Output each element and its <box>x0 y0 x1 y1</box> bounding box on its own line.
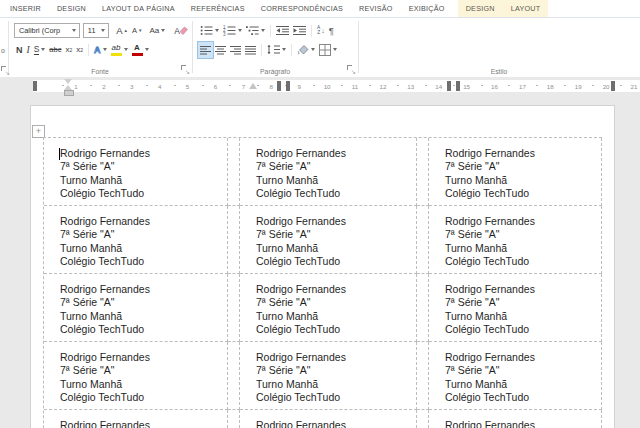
label-line: Colégio TechTudo <box>60 255 227 268</box>
underline-button[interactable]: S <box>32 42 48 58</box>
label-line: 7ª Série "A" <box>256 296 416 309</box>
superscript-button[interactable]: x2 <box>74 42 85 58</box>
font-group-label: Fonte <box>8 68 192 75</box>
ruler-tick <box>564 85 566 86</box>
spacer-cell <box>417 138 429 206</box>
sort-button[interactable]: AZ↓ <box>315 23 327 39</box>
ruler-number: 21 <box>631 83 638 90</box>
spacer-cell <box>228 274 240 342</box>
tab-design-contextual[interactable]: DESIGN <box>458 0 503 17</box>
bold-button[interactable]: N <box>14 42 25 58</box>
line-spacing-icon <box>267 44 280 55</box>
subscript-button[interactable]: x2 <box>63 42 74 58</box>
label-line: 7ª Série "A" <box>256 160 416 173</box>
horizontal-ruler[interactable]: 123456789101112131415161718192021 <box>0 77 640 96</box>
increase-indent-button[interactable] <box>291 23 308 39</box>
label-line: Turno Manhã <box>256 174 416 187</box>
label-cell[interactable]: Rodrigo Fernandes7ª Série "A"Turno Manhã… <box>429 138 602 206</box>
label-cell[interactable]: Rodrigo Fernandes7ª Série "A"Turno Manhã… <box>429 410 602 428</box>
table-column-marker[interactable] <box>277 81 281 91</box>
table-column-marker[interactable] <box>33 81 37 91</box>
label-cell[interactable]: Rodrigo Fernandes7ª Série "A"Turno Manhã… <box>240 138 417 206</box>
label-cell[interactable]: Rodrigo Fernandes7ª Série "A"Turno Manhã… <box>240 206 417 274</box>
table-column-marker[interactable] <box>286 81 290 91</box>
labels-table: Rodrigo Fernandes7ª Série "A"Turno Manhã… <box>43 137 602 428</box>
font-size-combobox[interactable]: 11 <box>83 23 109 38</box>
align-left-icon <box>200 45 211 55</box>
styles-group: AaBbCcDc¶ NormalAaBbCcI¶ TechTudoAaBbCTí… <box>358 18 640 76</box>
align-right-button[interactable] <box>228 42 243 58</box>
tab-layout-da-p-gina[interactable]: LAYOUT DA PÁGINA <box>94 0 183 17</box>
align-center-icon <box>215 45 226 55</box>
label-cell[interactable]: Rodrigo Fernandes7ª Série "A"Turno Manhã… <box>429 206 602 274</box>
label-line: Rodrigo Fernandes <box>256 215 416 228</box>
align-left-button[interactable] <box>198 42 213 58</box>
label-line: Turno Manhã <box>445 174 601 187</box>
label-cell[interactable]: Rodrigo Fernandes7ª Série "A"Turno Manhã… <box>240 410 417 428</box>
label-cell[interactable]: Rodrigo Fernandes7ª Série "A"Turno Manhã… <box>44 274 228 342</box>
ruler-tick <box>90 85 92 86</box>
label-line: Turno Manhã <box>445 310 601 323</box>
align-center-button[interactable] <box>213 42 228 58</box>
table-row: Rodrigo Fernandes7ª Série "A"Turno Manhã… <box>44 274 602 342</box>
ruler-tick <box>174 85 176 86</box>
font-color-button[interactable]: A <box>130 42 151 58</box>
table-column-marker[interactable] <box>447 81 451 91</box>
justify-icon <box>245 45 256 55</box>
show-paragraph-marks-button[interactable]: ¶ <box>327 23 336 39</box>
indent-marker-ghost <box>249 83 257 89</box>
tab-correspond-ncias[interactable]: CORRESPONDÊNCIAS <box>253 0 351 17</box>
bullets-button[interactable] <box>198 23 221 39</box>
ruler-tick <box>481 85 483 86</box>
label-cell[interactable]: Rodrigo Fernandes7ª Série "A"Turno Manhã… <box>44 342 228 410</box>
tab-revis-o[interactable]: REVISÃO <box>351 0 401 17</box>
first-line-indent-marker[interactable] <box>64 79 72 84</box>
down-arrow-icon: ↓ <box>321 27 325 34</box>
label-line: Rodrigo Fernandes <box>256 419 416 428</box>
line-spacing-button[interactable] <box>265 42 288 58</box>
multilevel-list-button[interactable] <box>244 23 267 39</box>
document-page: + Rodrigo Fernandes7ª Série "A"Turno Man… <box>30 105 615 428</box>
ruler-tick <box>592 85 594 86</box>
label-cell[interactable]: Rodrigo Fernandes7ª Série "A"Turno Manhã… <box>44 206 228 274</box>
button-separator <box>88 44 89 56</box>
label-cell[interactable]: Rodrigo Fernandes7ª Série "A"Turno Manhã… <box>240 342 417 410</box>
italic-button[interactable]: I <box>25 42 32 58</box>
table-column-marker[interactable] <box>611 81 615 91</box>
change-case-button[interactable]: Aa <box>148 23 168 39</box>
shrink-font-button[interactable]: A▼ <box>130 23 144 39</box>
font-name-combobox[interactable]: Calibri (Corp <box>14 23 80 38</box>
label-cell[interactable]: Rodrigo Fernandes7ª Série "A"Turno Manhã… <box>44 138 228 206</box>
tab-inserir[interactable]: INSERIR <box>2 0 49 17</box>
ruler-tick <box>425 85 427 86</box>
numbering-button[interactable]: 123 <box>221 23 244 39</box>
borders-grid-icon <box>319 44 331 56</box>
grow-font-button[interactable]: A▲ <box>114 23 130 39</box>
highlight-color-button[interactable]: ab <box>109 42 130 58</box>
label-cell[interactable]: Rodrigo Fernandes7ª Série "A"Turno Manhã… <box>429 274 602 342</box>
table-column-marker[interactable] <box>456 81 460 91</box>
decrease-indent-button[interactable] <box>274 23 291 39</box>
justify-button[interactable] <box>243 42 258 58</box>
tab-layout-contextual[interactable]: LAYOUT <box>503 0 549 17</box>
shading-button[interactable] <box>295 42 317 58</box>
strikethrough-button[interactable]: abc <box>47 42 63 58</box>
label-line: 7ª Série "A" <box>445 364 601 377</box>
tab-design[interactable]: DESIGN <box>49 0 94 17</box>
borders-button[interactable] <box>317 42 339 58</box>
label-cell[interactable]: Rodrigo Fernandes7ª Série "A"Turno Manhã… <box>44 410 228 428</box>
highlight-color-bar <box>111 53 122 56</box>
tab-refer-ncias[interactable]: REFERÊNCIAS <box>183 0 253 17</box>
paragraph-group-label: Parágrafo <box>192 68 358 75</box>
paragraph-dialog-launcher-icon[interactable]: ↘ <box>347 65 355 73</box>
text-effects-button[interactable]: A <box>92 42 109 58</box>
label-line: Turno Manhã <box>445 378 601 391</box>
font-dialog-launcher-icon[interactable]: ↘ <box>181 65 189 73</box>
label-cell[interactable]: Rodrigo Fernandes7ª Série "A"Turno Manhã… <box>429 342 602 410</box>
ruler-number: 18 <box>547 83 554 90</box>
outdent-icon <box>276 25 289 36</box>
label-line: Turno Manhã <box>256 242 416 255</box>
clear-formatting-button[interactable]: A <box>172 23 190 39</box>
tab-exibi-o[interactable]: EXIBIÇÃO <box>401 0 453 17</box>
label-cell[interactable]: Rodrigo Fernandes7ª Série "A"Turno Manhã… <box>240 274 417 342</box>
